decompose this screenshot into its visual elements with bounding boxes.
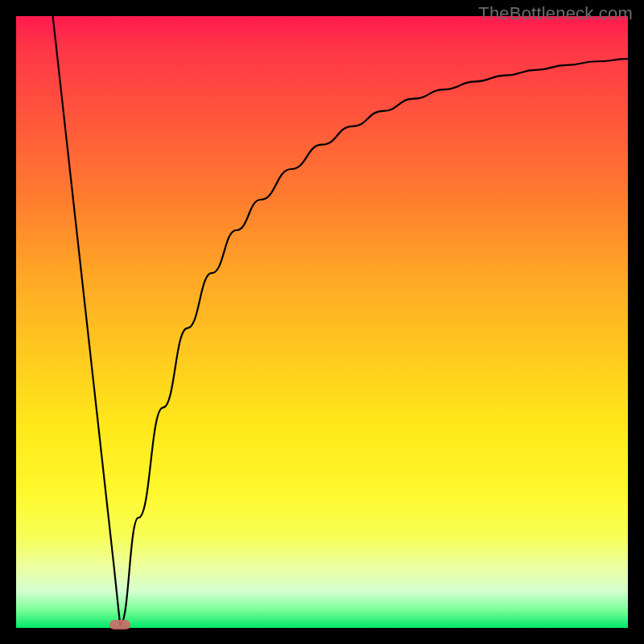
watermark-text: TheBottleneck.com	[478, 3, 633, 24]
bottleneck-curve	[16, 16, 628, 628]
curve-path	[53, 16, 628, 625]
plot-area	[16, 16, 628, 628]
min-marker	[109, 620, 130, 630]
chart-frame: TheBottleneck.com	[0, 0, 644, 644]
